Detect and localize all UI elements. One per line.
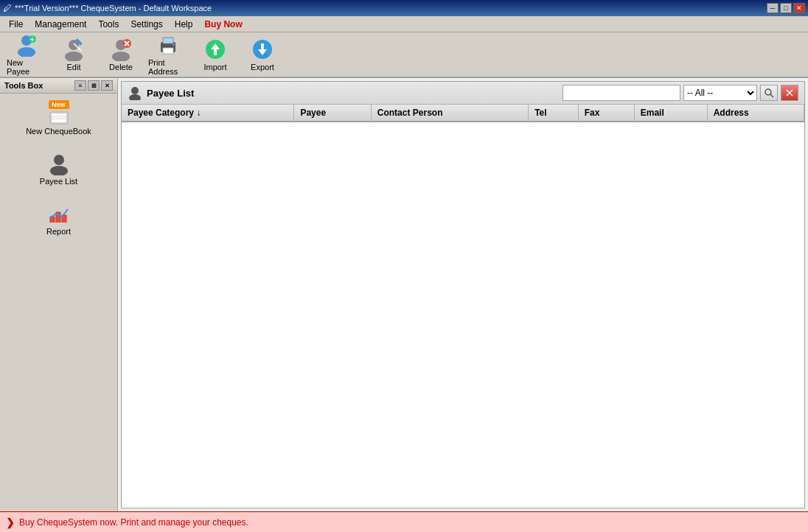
import-button[interactable]: Import (193, 35, 237, 74)
search-icon (764, 88, 774, 98)
payee-panel-header: Payee List -- All -- (122, 82, 804, 105)
edit-button[interactable]: Edit (52, 35, 96, 74)
svg-point-28 (129, 94, 141, 100)
payee-data-table: Payee Category ↓ Payee Contact Person Te… (122, 105, 804, 122)
title-bar-left: 🖊 ***Trial Version*** ChequeSystem - Def… (3, 3, 212, 13)
svg-rect-16 (173, 43, 175, 46)
svg-point-26 (50, 166, 68, 175)
main-container: Tools Box ≡ ⊞ ✕ New New (0, 78, 808, 511)
menu-buy-now[interactable]: Buy Now (198, 18, 248, 31)
content-area: Payee List -- All -- (118, 78, 808, 511)
payee-table: Payee Category ↓ Payee Contact Person Te… (122, 105, 804, 508)
new-payee-icon: + (15, 33, 38, 57)
search-button[interactable] (760, 85, 778, 101)
export-button[interactable]: Export (240, 35, 285, 74)
table-header-row: Payee Category ↓ Payee Contact Person Te… (122, 105, 804, 122)
maximize-button[interactable]: □ (780, 3, 792, 13)
menu-settings[interactable]: Settings (125, 18, 168, 31)
svg-rect-15 (163, 48, 173, 54)
new-chequebook-item[interactable]: New New ChequeBook (3, 95, 114, 142)
svg-point-25 (54, 155, 64, 165)
import-icon (203, 38, 227, 61)
edit-icon (62, 38, 86, 61)
export-icon (251, 38, 274, 61)
report-item[interactable]: Report (3, 195, 114, 242)
col-contact-person: Contact Person (371, 105, 528, 122)
payee-panel: Payee List -- All -- (121, 81, 805, 508)
svg-point-29 (765, 89, 771, 95)
title-bar-controls: ─ □ ✕ (767, 3, 805, 13)
col-payee: Payee (294, 105, 371, 122)
clear-icon (785, 88, 794, 97)
payee-list-item[interactable]: Payee List (3, 145, 114, 192)
new-payee-label: New Payee (7, 58, 46, 76)
svg-point-5 (65, 52, 83, 61)
menu-tools[interactable]: Tools (92, 18, 125, 31)
menu-file[interactable]: File (3, 18, 29, 31)
svg-point-27 (131, 87, 139, 94)
col-email: Email (634, 105, 707, 122)
tools-box-list-btn[interactable]: ≡ (74, 80, 86, 91)
status-bar-icon: ❯ (6, 517, 15, 528)
print-address-button[interactable]: Print Address (146, 35, 190, 74)
title-bar-text: ***Trial Version*** ChequeSystem - Defau… (15, 4, 212, 13)
new-chequebook-icon: New (47, 102, 71, 125)
new-chequebook-label: New ChequeBook (26, 127, 91, 136)
print-address-label: Print Address (148, 58, 188, 76)
payee-panel-icon (128, 85, 142, 100)
import-label: Import (203, 63, 226, 71)
report-label: Report (46, 227, 71, 236)
svg-text:+: + (30, 35, 35, 43)
col-fax: Fax (578, 105, 634, 122)
category-select[interactable]: -- All -- (683, 85, 757, 101)
close-button[interactable]: ✕ (793, 3, 805, 13)
delete-icon (109, 38, 133, 61)
minimize-button[interactable]: ─ (767, 3, 779, 13)
tools-box-header: Tools Box ≡ ⊞ ✕ (0, 78, 117, 94)
tools-box-close-btn[interactable]: ✕ (101, 80, 113, 91)
svg-point-1 (18, 47, 35, 57)
print-icon (156, 33, 180, 57)
tools-box-grid-btn[interactable]: ⊞ (88, 80, 100, 91)
payee-list-icon (47, 152, 71, 175)
menu-help[interactable]: Help (169, 18, 199, 31)
menu-bar: File Management Tools Settings Help Buy … (0, 16, 808, 32)
payee-panel-title: Payee List (128, 85, 194, 100)
toolbar: + New Payee Edit Delete (0, 32, 808, 78)
svg-rect-14 (163, 38, 173, 43)
tools-box-header-controls: ≡ ⊞ ✕ (74, 80, 113, 91)
tools-box-title: Tools Box (4, 81, 43, 90)
payee-list-label: Payee List (40, 177, 77, 186)
status-bar: ❯ Buy ChequeSystem now. Print and manage… (0, 511, 808, 532)
delete-button[interactable]: Delete (99, 35, 143, 74)
new-payee-button[interactable]: + New Payee (4, 35, 49, 74)
col-address: Address (707, 105, 804, 122)
payee-panel-search: -- All -- (563, 85, 798, 101)
svg-rect-22 (52, 113, 66, 122)
export-label: Export (251, 63, 274, 71)
col-payee-category: Payee Category ↓ (122, 105, 294, 122)
status-bar-message: Buy ChequeSystem now. Print and manage y… (19, 517, 248, 528)
delete-label: Delete (109, 63, 133, 71)
title-bar: 🖊 ***Trial Version*** ChequeSystem - Def… (0, 0, 808, 16)
payee-panel-title-text: Payee List (147, 88, 194, 99)
tools-box: Tools Box ≡ ⊞ ✕ New New (0, 78, 118, 511)
edit-label: Edit (67, 63, 81, 71)
clear-search-button[interactable] (781, 85, 798, 101)
app-icon: 🖊 (3, 3, 12, 13)
search-input[interactable] (563, 85, 680, 101)
report-icon (47, 202, 71, 225)
col-tel: Tel (529, 105, 579, 122)
svg-line-30 (770, 94, 773, 97)
menu-management[interactable]: Management (29, 18, 92, 31)
svg-point-9 (112, 52, 130, 61)
